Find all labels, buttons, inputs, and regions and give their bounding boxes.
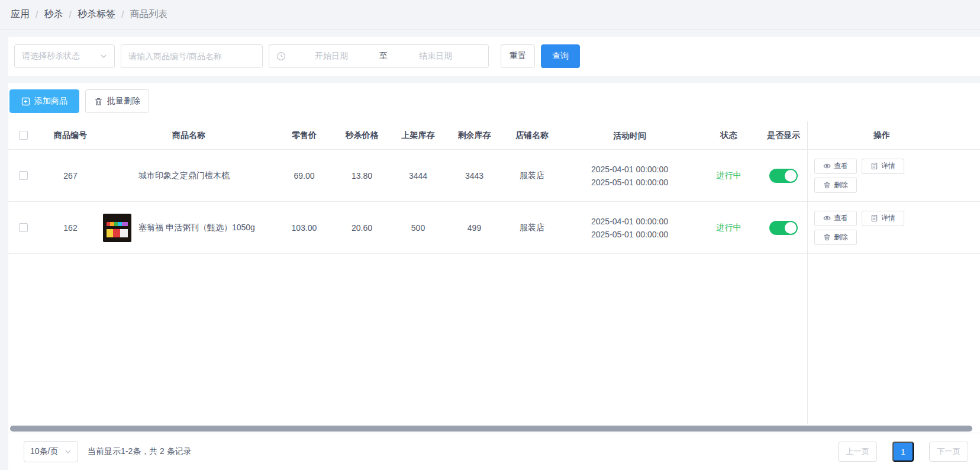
filter-bar: 请选择秒杀状态 开始日期 至 结束日期 重置 查询 [8, 37, 980, 76]
breadcrumb-item-product-list: 商品列表 [130, 8, 167, 21]
activity-start-time: 2025-04-01 00:00:00 [562, 215, 698, 228]
batch-delete-label: 批量删除 [107, 96, 140, 107]
delete-button[interactable]: 删除 [814, 230, 857, 245]
detail-label: 详情 [881, 161, 895, 171]
activity-end-time: 2025-05-01 00:00:00 [562, 176, 698, 189]
row-actions: 查看 详情 删除 [814, 211, 949, 245]
activity-time: 2025-04-01 00:00:00 2025-05-01 00:00:00 [562, 163, 698, 189]
retail-price: 69.00 [275, 171, 334, 181]
select-all-checkbox[interactable] [19, 131, 28, 140]
plus-square-icon [21, 97, 30, 106]
batch-delete-button[interactable]: 批量删除 [85, 89, 149, 113]
activity-end-time: 2025-05-01 00:00:00 [562, 228, 698, 241]
product-name: 城市印象之定鼎门檀木梳 [138, 170, 230, 181]
remaining-stock: 3443 [446, 171, 502, 181]
view-label: 查看 [834, 213, 848, 223]
activity-time: 2025-04-01 00:00:00 2025-05-01 00:00:00 [562, 215, 698, 241]
pagination-controls: 上一页 1 下一页 [838, 442, 968, 462]
column-header-actions: 操作 [807, 130, 949, 141]
prev-page-button[interactable]: 上一页 [838, 442, 877, 462]
eye-icon [823, 214, 831, 222]
listed-stock: 500 [390, 223, 446, 233]
remaining-stock: 499 [446, 223, 502, 233]
document-icon [871, 162, 878, 170]
table-header-row: 商品编号 商品名称 零售价 秒杀价格 上架库存 剩余库存 店铺名称 活动时间 状… [8, 121, 980, 150]
column-header-listed-stock: 上架库存 [390, 130, 446, 141]
column-header-name: 商品名称 [103, 130, 275, 141]
next-page-button[interactable]: 下一页 [929, 442, 968, 462]
column-header-activity-time: 活动时间 [562, 129, 698, 142]
visible-toggle[interactable] [769, 221, 798, 235]
page-size-select[interactable]: 10条/页 [24, 441, 78, 462]
listed-stock: 3444 [390, 171, 446, 181]
toggle-knob [785, 170, 797, 182]
row-checkbox[interactable] [19, 171, 28, 180]
view-button[interactable]: 查看 [814, 211, 857, 226]
view-label: 查看 [834, 161, 848, 171]
breadcrumb-item-seckill[interactable]: 秒杀 [44, 8, 63, 21]
clock-icon [276, 51, 286, 61]
product-id: 162 [38, 223, 103, 233]
row-checkbox[interactable] [19, 223, 28, 232]
shop-name: 服装店 [502, 223, 562, 233]
table-row: 162 塞翁福 申活粥刊（甄选）1050g 103.00 20.60 500 4… [8, 202, 980, 254]
column-header-id: 商品编号 [38, 130, 103, 141]
page-size-value: 10条/页 [30, 446, 58, 457]
breadcrumb-item-seckill-tag[interactable]: 秒杀标签 [78, 8, 115, 21]
toggle-knob [785, 222, 797, 234]
product-name: 塞翁福 申活粥刊（甄选）1050g [138, 223, 255, 233]
detail-label: 详情 [881, 213, 895, 223]
column-header-remaining-stock: 剩余库存 [446, 130, 502, 141]
product-list-card: 添加商品 批量删除 商品编号 商品名称 零售价 秒杀价格 上架库存 剩余库存 店… [8, 83, 980, 470]
view-button[interactable]: 查看 [814, 159, 857, 174]
product-image-wooden-comb [103, 162, 131, 190]
table-empty-space [8, 254, 980, 424]
visible-toggle[interactable] [769, 169, 798, 183]
delete-button[interactable]: 删除 [814, 178, 857, 193]
breadcrumb-item-app[interactable]: 应用 [11, 8, 30, 21]
product-id: 267 [38, 171, 103, 181]
horizontal-scrollbar [8, 424, 980, 433]
column-header-shop: 店铺名称 [502, 130, 562, 141]
row-actions: 查看 详情 删除 [814, 159, 949, 193]
column-header-visible: 是否显示 [760, 130, 807, 141]
shop-name: 服装店 [502, 170, 562, 181]
date-range-separator: 至 [377, 51, 390, 62]
delete-label: 删除 [834, 232, 848, 242]
product-image-collage [103, 214, 131, 242]
seckill-status-placeholder: 请选择秒杀状态 [22, 51, 80, 62]
column-header-retail-price: 零售价 [275, 130, 334, 141]
breadcrumb: 应用 / 秒杀 / 秒杀标签 / 商品列表 [0, 0, 980, 30]
reset-button[interactable]: 重置 [501, 44, 535, 68]
start-date-placeholder[interactable]: 开始日期 [286, 51, 377, 62]
breadcrumb-separator: / [36, 9, 38, 20]
breadcrumb-separator: / [121, 9, 124, 20]
seckill-status-select[interactable]: 请选择秒杀状态 [14, 44, 115, 68]
horizontal-scrollbar-thumb[interactable] [10, 426, 972, 432]
column-header-status: 状态 [698, 130, 760, 141]
add-product-button[interactable]: 添加商品 [9, 89, 79, 113]
seckill-price: 20.60 [334, 223, 390, 233]
table-row: 267 城市印象之定鼎门檀木梳 69.00 13.80 3444 3443 服装… [8, 150, 980, 202]
current-page-button[interactable]: 1 [892, 442, 914, 462]
detail-button[interactable]: 详情 [862, 211, 904, 226]
retail-price: 103.00 [275, 223, 334, 233]
table-toolbar: 添加商品 批量删除 [8, 83, 980, 113]
delete-label: 删除 [834, 180, 848, 190]
eye-icon [823, 162, 831, 170]
status-badge: 进行中 [698, 223, 760, 233]
end-date-placeholder[interactable]: 结束日期 [390, 51, 481, 62]
trash-icon [823, 233, 831, 241]
keyword-search-input[interactable] [121, 44, 263, 68]
column-header-seckill-price: 秒杀价格 [334, 130, 390, 141]
add-product-label: 添加商品 [34, 96, 67, 107]
product-table: 商品编号 商品名称 零售价 秒杀价格 上架库存 剩余库存 店铺名称 活动时间 状… [8, 121, 980, 424]
activity-start-time: 2025-04-01 00:00:00 [562, 163, 698, 176]
search-button[interactable]: 查询 [541, 44, 580, 68]
seckill-price: 13.80 [334, 171, 390, 181]
detail-button[interactable]: 详情 [862, 159, 904, 174]
date-range-picker[interactable]: 开始日期 至 结束日期 [269, 44, 489, 68]
chevron-down-icon [65, 448, 72, 455]
pagination-summary: 当前显示1-2条，共 2 条记录 [88, 446, 192, 457]
trash-icon [94, 97, 103, 106]
